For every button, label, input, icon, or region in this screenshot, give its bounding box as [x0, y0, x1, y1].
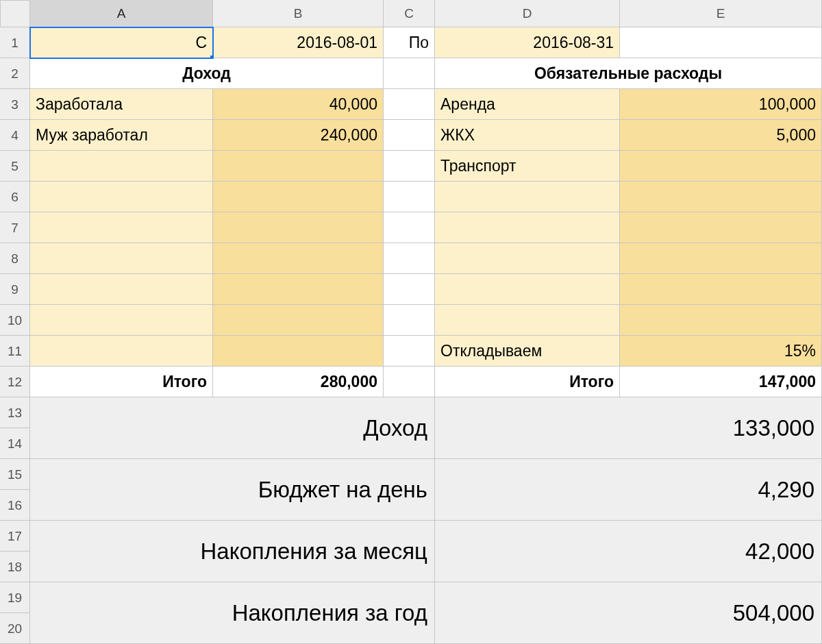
- cell-E6[interactable]: [620, 182, 822, 212]
- row-header-13[interactable]: 13: [0, 397, 30, 428]
- cell-A8[interactable]: [30, 243, 213, 274]
- income-value-1[interactable]: 240,000: [213, 120, 384, 151]
- row-header-9[interactable]: 9: [0, 274, 30, 305]
- summary-value-3[interactable]: 504,000: [435, 582, 822, 644]
- cell-E1[interactable]: [620, 27, 822, 58]
- row-header-4[interactable]: 4: [0, 120, 30, 151]
- cell-E8[interactable]: [620, 243, 822, 274]
- cell-E7[interactable]: [620, 212, 822, 243]
- row-header-11[interactable]: 11: [0, 336, 30, 367]
- row-header-1[interactable]: 1: [0, 27, 30, 58]
- cell-E9[interactable]: [620, 274, 822, 305]
- summary-label-2[interactable]: Накопления за месяц: [30, 521, 435, 582]
- income-total-value[interactable]: 280,000: [213, 367, 384, 397]
- col-header-E[interactable]: E: [620, 0, 822, 27]
- cell-A10[interactable]: [30, 305, 213, 336]
- cell-B7[interactable]: [213, 212, 384, 243]
- cell-B8[interactable]: [213, 243, 384, 274]
- expenses-section-header[interactable]: Обязательные расходы: [435, 58, 822, 89]
- cell-C2[interactable]: [384, 58, 435, 89]
- cell-C6[interactable]: [384, 182, 435, 212]
- cell-A1[interactable]: С: [30, 27, 213, 58]
- cell-B1[interactable]: 2016-08-01: [213, 27, 384, 58]
- summary-value-2[interactable]: 42,000: [435, 521, 822, 582]
- cell-C10[interactable]: [384, 305, 435, 336]
- row-header-17[interactable]: 17: [0, 521, 30, 552]
- summary-label-1[interactable]: Бюджет на день: [30, 459, 435, 521]
- income-total-label[interactable]: Итого: [30, 367, 213, 397]
- cell-A5[interactable]: [30, 151, 213, 182]
- expense-label-2[interactable]: Транспорт: [435, 151, 620, 182]
- income-value-0[interactable]: 40,000: [213, 89, 384, 120]
- row-header-3[interactable]: 3: [0, 89, 30, 120]
- cell-B10[interactable]: [213, 305, 384, 336]
- select-all-corner[interactable]: [0, 0, 30, 27]
- row-header-18[interactable]: 18: [0, 552, 30, 582]
- cell-E10[interactable]: [620, 305, 822, 336]
- cell-C11[interactable]: [384, 336, 435, 367]
- cell-A11[interactable]: [30, 336, 213, 367]
- cell-C7[interactable]: [384, 212, 435, 243]
- cell-C12[interactable]: [384, 367, 435, 397]
- row-header-16[interactable]: 16: [0, 490, 30, 521]
- summary-value-1[interactable]: 4,290: [435, 459, 822, 521]
- summary-value-0[interactable]: 133,000: [435, 397, 822, 459]
- cell-D10[interactable]: [435, 305, 620, 336]
- cell-C4[interactable]: [384, 120, 435, 151]
- income-label-1[interactable]: Муж заработал: [30, 120, 213, 151]
- row-header-14[interactable]: 14: [0, 428, 30, 459]
- cell-D8[interactable]: [435, 243, 620, 274]
- cell-D9[interactable]: [435, 274, 620, 305]
- col-header-C[interactable]: C: [384, 0, 435, 27]
- cell-D7[interactable]: [435, 212, 620, 243]
- row-header-20[interactable]: 20: [0, 613, 30, 644]
- col-header-A[interactable]: A: [30, 0, 213, 27]
- cell-A9[interactable]: [30, 274, 213, 305]
- cell-A6[interactable]: [30, 182, 213, 212]
- expense-label-1[interactable]: ЖКХ: [435, 120, 620, 151]
- cell-B5[interactable]: [213, 151, 384, 182]
- row-header-5[interactable]: 5: [0, 151, 30, 182]
- summary-label-3[interactable]: Накопления за год: [30, 582, 435, 644]
- cell-B11[interactable]: [213, 336, 384, 367]
- row-header-12[interactable]: 12: [0, 367, 30, 397]
- cell-C3[interactable]: [384, 89, 435, 120]
- cell-D1[interactable]: 2016-08-31: [435, 27, 620, 58]
- savings-label[interactable]: Откладываем: [435, 336, 620, 367]
- row-header-19[interactable]: 19: [0, 582, 30, 613]
- col-header-D[interactable]: D: [435, 0, 620, 27]
- expense-value-2[interactable]: [620, 151, 822, 182]
- row-header-10[interactable]: 10: [0, 305, 30, 336]
- income-label-0[interactable]: Заработала: [30, 89, 213, 120]
- expense-label-0[interactable]: Аренда: [435, 89, 620, 120]
- row-header-15[interactable]: 15: [0, 459, 30, 490]
- cell-B6[interactable]: [213, 182, 384, 212]
- cell-D6[interactable]: [435, 182, 620, 212]
- expense-total-value[interactable]: 147,000: [620, 367, 822, 397]
- spreadsheet-grid[interactable]: A B C D E 1 С 2016-08-01 По 2016-08-31 2…: [0, 0, 822, 644]
- row-header-2[interactable]: 2: [0, 58, 30, 89]
- expense-value-0[interactable]: 100,000: [620, 89, 822, 120]
- cell-C1[interactable]: По: [384, 27, 435, 58]
- expense-total-label[interactable]: Итого: [435, 367, 620, 397]
- row-header-7[interactable]: 7: [0, 212, 30, 243]
- row-header-6[interactable]: 6: [0, 182, 30, 212]
- cell-C5[interactable]: [384, 151, 435, 182]
- cell-C9[interactable]: [384, 274, 435, 305]
- expense-value-1[interactable]: 5,000: [620, 120, 822, 151]
- cell-B9[interactable]: [213, 274, 384, 305]
- row-header-8[interactable]: 8: [0, 243, 30, 274]
- col-header-B[interactable]: B: [213, 0, 384, 27]
- income-section-header[interactable]: Доход: [30, 58, 384, 89]
- summary-label-0[interactable]: Доход: [30, 397, 435, 459]
- savings-value[interactable]: 15%: [620, 336, 822, 367]
- cell-C8[interactable]: [384, 243, 435, 274]
- cell-A7[interactable]: [30, 212, 213, 243]
